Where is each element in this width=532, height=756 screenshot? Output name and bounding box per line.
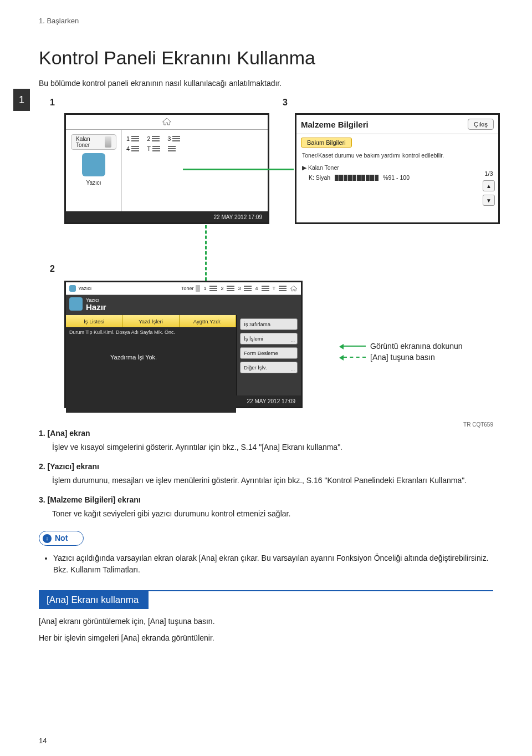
- page-title: Kontrol Paneli Ekranını Kullanma: [39, 47, 493, 69]
- job-list-columns: Durum Tip Kull.Kiml. Dosya Adı Sayfa Mik…: [66, 327, 236, 337]
- page-up-button[interactable]: ▲: [483, 180, 495, 191]
- status-bar: 22 MAY 2012 17:09: [66, 211, 268, 222]
- maintenance-info-tab[interactable]: Bakım Bilgileri: [301, 138, 352, 148]
- printer-mini-icon: [69, 285, 76, 292]
- printer-status-ready: Hazır: [86, 303, 281, 312]
- tray-4-button[interactable]: 4: [126, 145, 139, 152]
- top-printer-chip: Yazıcı: [69, 285, 91, 292]
- form-feed-button[interactable]: Form Besleme: [240, 347, 298, 359]
- remaining-toner-button[interactable]: Kalan Toner: [71, 134, 116, 150]
- printer-app-label: Yazıcı: [86, 180, 101, 186]
- tray-lines-icon: [131, 146, 139, 151]
- callout-2: 2: [50, 264, 55, 274]
- toner-mini-icon: [196, 285, 200, 292]
- section-divider: [Ana] Ekranı kullanma: [39, 590, 493, 609]
- tray-lines-icon: [172, 136, 180, 141]
- explanation-list: 1. [Ana] ekran İşlev ve kısayol simgeler…: [39, 428, 493, 576]
- intro-text: Bu bölümde kontrol paneli ekranının nası…: [39, 79, 493, 88]
- item-3-body: Toner ve kağıt seviyeleri gibi yazıcı du…: [52, 508, 493, 520]
- callout-3: 3: [283, 98, 288, 108]
- section-title: [Ana] Ekranı kullanma: [39, 591, 149, 609]
- printer-app-icon[interactable]: [82, 153, 105, 176]
- breadcrumb: 1. Başlarken: [39, 17, 493, 25]
- legend-press-label: [Ana] tuşuna basın: [370, 353, 435, 362]
- figure: 1 3 2 Kalan Toner Yaz: [39, 98, 493, 408]
- item-1-body: İşlev ve kısayol simgelerini gösterir. A…: [52, 442, 493, 453]
- tray-lines-icon: [131, 136, 139, 141]
- tray-lines-icon: [152, 136, 160, 141]
- legend-touch-label: Görüntü ekranına dokunun: [370, 342, 463, 351]
- tab-print-jobs[interactable]: Yazd.İşleri: [122, 315, 179, 327]
- job-reset-button[interactable]: İş Sıfırlama: [240, 318, 298, 330]
- page-number: 14: [39, 737, 47, 745]
- tab-job-list[interactable]: İş Listesi: [66, 315, 122, 327]
- status-time: 22 MAY 2012 17:09: [214, 214, 262, 220]
- toner-row-label: K: Siyah: [309, 174, 330, 181]
- toner-row-percent: %91 - 100: [383, 174, 410, 181]
- note-item-1: Yazıcı açıldığında varsayılan ekran olar…: [53, 552, 493, 576]
- tray-1-button[interactable]: 1: [126, 135, 139, 142]
- item-2-heading: 2. [Yazıcı] ekranı: [39, 461, 493, 473]
- screen-printer: Yazıcı Toner 1 2 3 4 T: [64, 281, 303, 408]
- dashed-arrow-icon: [344, 357, 366, 358]
- chapter-badge: 1: [13, 89, 30, 111]
- tray-bypass-button[interactable]: [168, 145, 176, 152]
- tray-2-button[interactable]: 2: [147, 135, 160, 142]
- item-2-body: İşlem durumunu, mesajları ve işlev menül…: [52, 475, 493, 486]
- tray-lines-icon: [152, 146, 160, 151]
- callout-1: 1: [50, 98, 55, 108]
- printer-title-small: Yazıcı: [86, 298, 281, 303]
- connector-line: [183, 169, 294, 170]
- figure-code: TR CQT659: [39, 422, 493, 428]
- connector-dashed-line: [205, 225, 207, 281]
- tab-print-from-device[interactable]: Aygttn.Yzdr.: [180, 315, 236, 327]
- remaining-toner-label: Kalan Toner: [76, 136, 103, 148]
- note-label: Not: [55, 532, 68, 544]
- section-para-1: [Ana] ekranı görüntülemek için, [Ana] tu…: [39, 617, 493, 626]
- top-toner-chip: Toner: [181, 285, 201, 292]
- page-fraction: 1/3: [484, 170, 493, 177]
- job-operation-button[interactable]: İş İşlemi...: [240, 333, 298, 344]
- top-home-icon[interactable]: [290, 285, 298, 292]
- exit-button[interactable]: Çıkış: [468, 119, 494, 130]
- status-time: 22 MAY 2012 17:09: [247, 398, 295, 404]
- screen-supply-info: Malzeme Bilgileri Çıkış Bakım Bilgileri …: [295, 113, 500, 224]
- item-3-heading: 3. [Malzeme Bilgileri] ekranı: [39, 494, 493, 506]
- note-badge: ↓ Not: [39, 531, 84, 546]
- home-icon: [162, 117, 172, 126]
- other-functions-button[interactable]: Diğer İşlv....: [240, 362, 298, 373]
- remaining-toner-header: ▶ Kalan Toner: [296, 163, 498, 172]
- solid-arrow-icon: [344, 346, 366, 347]
- item-1-heading: 1. [Ana] ekran: [39, 428, 493, 439]
- section-para-2: Her bir işlevin simgeleri [Ana] ekranda …: [39, 633, 493, 642]
- toner-level-bar: [335, 175, 378, 181]
- tray-lines-icon: [168, 146, 176, 151]
- top-tray-chips: 1 2 3 4 T: [203, 286, 287, 291]
- toner-cartridge-icon: [105, 136, 112, 148]
- tray-3-button[interactable]: 3: [167, 135, 180, 142]
- supply-info-title: Malzeme Bilgileri: [301, 120, 369, 129]
- page-down-button[interactable]: ▼: [483, 195, 495, 206]
- tray-t-button[interactable]: T: [147, 145, 160, 152]
- supply-info-description: Toner/Kaset durumu ve bakım yardımı kont…: [296, 151, 498, 160]
- note-icon: ↓: [43, 534, 52, 543]
- status-bar: 22 MAY 2012 17:09: [66, 395, 301, 407]
- legend: Görüntü ekranına dokunun [Ana] tuşuna ba…: [344, 342, 463, 364]
